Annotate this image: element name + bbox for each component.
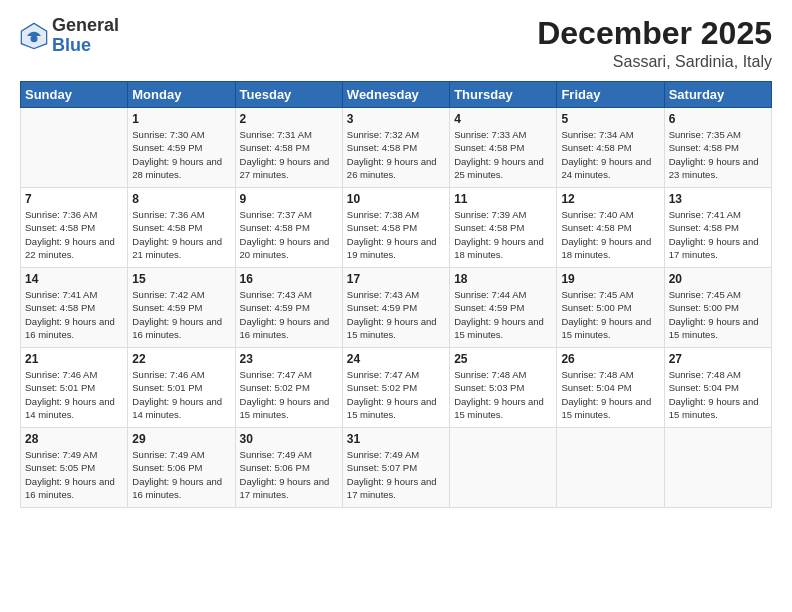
day-info: Sunrise: 7:49 AMSunset: 5:06 PMDaylight:…	[240, 448, 338, 501]
day-number: 11	[454, 192, 552, 206]
day-info: Sunrise: 7:43 AMSunset: 4:59 PMDaylight:…	[240, 288, 338, 341]
day-number: 23	[240, 352, 338, 366]
day-number: 15	[132, 272, 230, 286]
day-info: Sunrise: 7:33 AMSunset: 4:58 PMDaylight:…	[454, 128, 552, 181]
calendar-cell: 15Sunrise: 7:42 AMSunset: 4:59 PMDayligh…	[128, 268, 235, 348]
col-monday: Monday	[128, 82, 235, 108]
calendar-cell: 22Sunrise: 7:46 AMSunset: 5:01 PMDayligh…	[128, 348, 235, 428]
day-info: Sunrise: 7:36 AMSunset: 4:58 PMDaylight:…	[25, 208, 123, 261]
calendar-cell: 11Sunrise: 7:39 AMSunset: 4:58 PMDayligh…	[450, 188, 557, 268]
calendar-cell: 5Sunrise: 7:34 AMSunset: 4:58 PMDaylight…	[557, 108, 664, 188]
logo-text: General Blue	[52, 16, 119, 56]
day-info: Sunrise: 7:48 AMSunset: 5:04 PMDaylight:…	[561, 368, 659, 421]
day-number: 2	[240, 112, 338, 126]
calendar-cell: 3Sunrise: 7:32 AMSunset: 4:58 PMDaylight…	[342, 108, 449, 188]
calendar-cell	[21, 108, 128, 188]
day-info: Sunrise: 7:34 AMSunset: 4:58 PMDaylight:…	[561, 128, 659, 181]
day-info: Sunrise: 7:46 AMSunset: 5:01 PMDaylight:…	[132, 368, 230, 421]
calendar-cell: 12Sunrise: 7:40 AMSunset: 4:58 PMDayligh…	[557, 188, 664, 268]
calendar-cell: 27Sunrise: 7:48 AMSunset: 5:04 PMDayligh…	[664, 348, 771, 428]
day-number: 14	[25, 272, 123, 286]
day-number: 4	[454, 112, 552, 126]
month-title: December 2025	[537, 16, 772, 51]
calendar-cell: 29Sunrise: 7:49 AMSunset: 5:06 PMDayligh…	[128, 428, 235, 508]
day-number: 5	[561, 112, 659, 126]
calendar-cell: 25Sunrise: 7:48 AMSunset: 5:03 PMDayligh…	[450, 348, 557, 428]
calendar-cell: 19Sunrise: 7:45 AMSunset: 5:00 PMDayligh…	[557, 268, 664, 348]
calendar-cell: 8Sunrise: 7:36 AMSunset: 4:58 PMDaylight…	[128, 188, 235, 268]
day-number: 17	[347, 272, 445, 286]
col-saturday: Saturday	[664, 82, 771, 108]
day-number: 3	[347, 112, 445, 126]
day-info: Sunrise: 7:47 AMSunset: 5:02 PMDaylight:…	[347, 368, 445, 421]
calendar-cell: 20Sunrise: 7:45 AMSunset: 5:00 PMDayligh…	[664, 268, 771, 348]
day-info: Sunrise: 7:32 AMSunset: 4:58 PMDaylight:…	[347, 128, 445, 181]
day-info: Sunrise: 7:45 AMSunset: 5:00 PMDaylight:…	[561, 288, 659, 341]
day-number: 6	[669, 112, 767, 126]
calendar-cell: 4Sunrise: 7:33 AMSunset: 4:58 PMDaylight…	[450, 108, 557, 188]
calendar-cell	[557, 428, 664, 508]
day-number: 27	[669, 352, 767, 366]
calendar-cell: 18Sunrise: 7:44 AMSunset: 4:59 PMDayligh…	[450, 268, 557, 348]
calendar-row-2: 14Sunrise: 7:41 AMSunset: 4:58 PMDayligh…	[21, 268, 772, 348]
day-number: 20	[669, 272, 767, 286]
day-number: 25	[454, 352, 552, 366]
day-info: Sunrise: 7:43 AMSunset: 4:59 PMDaylight:…	[347, 288, 445, 341]
calendar-cell	[664, 428, 771, 508]
day-info: Sunrise: 7:47 AMSunset: 5:02 PMDaylight:…	[240, 368, 338, 421]
day-info: Sunrise: 7:39 AMSunset: 4:58 PMDaylight:…	[454, 208, 552, 261]
calendar-row-4: 28Sunrise: 7:49 AMSunset: 5:05 PMDayligh…	[21, 428, 772, 508]
day-number: 26	[561, 352, 659, 366]
header-row: Sunday Monday Tuesday Wednesday Thursday…	[21, 82, 772, 108]
day-number: 19	[561, 272, 659, 286]
day-number: 21	[25, 352, 123, 366]
day-number: 10	[347, 192, 445, 206]
day-number: 8	[132, 192, 230, 206]
day-number: 30	[240, 432, 338, 446]
day-number: 29	[132, 432, 230, 446]
day-info: Sunrise: 7:49 AMSunset: 5:07 PMDaylight:…	[347, 448, 445, 501]
calendar-cell: 21Sunrise: 7:46 AMSunset: 5:01 PMDayligh…	[21, 348, 128, 428]
calendar-cell: 28Sunrise: 7:49 AMSunset: 5:05 PMDayligh…	[21, 428, 128, 508]
day-number: 7	[25, 192, 123, 206]
day-info: Sunrise: 7:30 AMSunset: 4:59 PMDaylight:…	[132, 128, 230, 181]
logo-blue: Blue	[52, 35, 91, 55]
calendar-table: Sunday Monday Tuesday Wednesday Thursday…	[20, 81, 772, 508]
day-number: 18	[454, 272, 552, 286]
day-number: 1	[132, 112, 230, 126]
day-info: Sunrise: 7:35 AMSunset: 4:58 PMDaylight:…	[669, 128, 767, 181]
logo-icon	[20, 22, 48, 50]
day-number: 16	[240, 272, 338, 286]
logo-general: General	[52, 15, 119, 35]
day-info: Sunrise: 7:36 AMSunset: 4:58 PMDaylight:…	[132, 208, 230, 261]
day-info: Sunrise: 7:38 AMSunset: 4:58 PMDaylight:…	[347, 208, 445, 261]
day-info: Sunrise: 7:48 AMSunset: 5:04 PMDaylight:…	[669, 368, 767, 421]
day-number: 28	[25, 432, 123, 446]
day-info: Sunrise: 7:31 AMSunset: 4:58 PMDaylight:…	[240, 128, 338, 181]
svg-point-2	[31, 35, 38, 42]
day-info: Sunrise: 7:44 AMSunset: 4:59 PMDaylight:…	[454, 288, 552, 341]
calendar-cell: 9Sunrise: 7:37 AMSunset: 4:58 PMDaylight…	[235, 188, 342, 268]
day-number: 12	[561, 192, 659, 206]
day-info: Sunrise: 7:41 AMSunset: 4:58 PMDaylight:…	[669, 208, 767, 261]
day-info: Sunrise: 7:40 AMSunset: 4:58 PMDaylight:…	[561, 208, 659, 261]
title-block: December 2025 Sassari, Sardinia, Italy	[537, 16, 772, 71]
day-number: 24	[347, 352, 445, 366]
calendar-row-0: 1Sunrise: 7:30 AMSunset: 4:59 PMDaylight…	[21, 108, 772, 188]
calendar-cell: 17Sunrise: 7:43 AMSunset: 4:59 PMDayligh…	[342, 268, 449, 348]
calendar-cell: 16Sunrise: 7:43 AMSunset: 4:59 PMDayligh…	[235, 268, 342, 348]
main-container: General Blue December 2025 Sassari, Sard…	[0, 0, 792, 518]
col-thursday: Thursday	[450, 82, 557, 108]
calendar-cell: 31Sunrise: 7:49 AMSunset: 5:07 PMDayligh…	[342, 428, 449, 508]
calendar-cell: 7Sunrise: 7:36 AMSunset: 4:58 PMDaylight…	[21, 188, 128, 268]
day-info: Sunrise: 7:37 AMSunset: 4:58 PMDaylight:…	[240, 208, 338, 261]
day-info: Sunrise: 7:49 AMSunset: 5:05 PMDaylight:…	[25, 448, 123, 501]
calendar-cell	[450, 428, 557, 508]
day-info: Sunrise: 7:48 AMSunset: 5:03 PMDaylight:…	[454, 368, 552, 421]
col-friday: Friday	[557, 82, 664, 108]
calendar-row-3: 21Sunrise: 7:46 AMSunset: 5:01 PMDayligh…	[21, 348, 772, 428]
calendar-cell: 30Sunrise: 7:49 AMSunset: 5:06 PMDayligh…	[235, 428, 342, 508]
day-number: 9	[240, 192, 338, 206]
calendar-cell: 1Sunrise: 7:30 AMSunset: 4:59 PMDaylight…	[128, 108, 235, 188]
col-sunday: Sunday	[21, 82, 128, 108]
